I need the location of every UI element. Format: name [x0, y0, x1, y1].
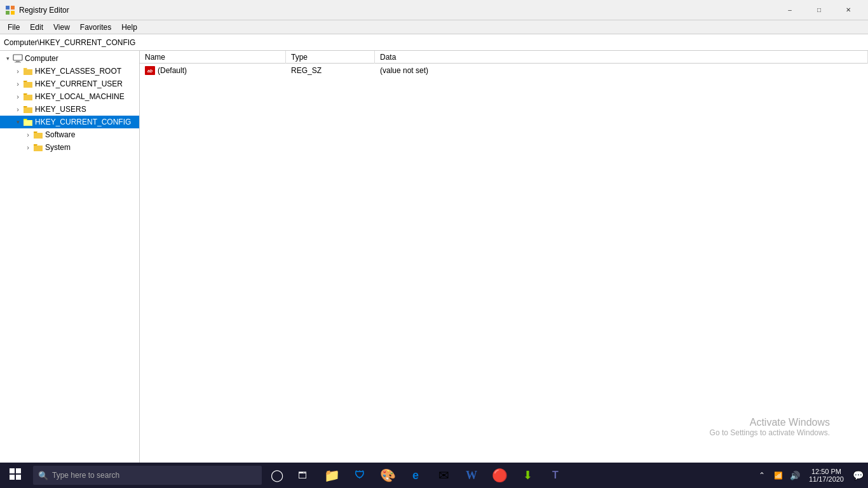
svg-rect-1 [11, 6, 15, 10]
window-controls[interactable]: – □ ✕ [775, 0, 863, 20]
teams-icon: T [552, 470, 559, 481]
taskbar-app-edge[interactable]: e [402, 463, 430, 488]
mail-icon: ✉ [438, 468, 449, 483]
paint-icon: 🎨 [380, 468, 396, 483]
torrent-icon: ⬇ [523, 468, 532, 482]
tree-panel[interactable]: Computer HKEY_CLASSES_ROOT [0, 51, 140, 463]
system-clock[interactable]: 12:50 PM 11/17/2020 [804, 463, 849, 488]
tree-item-computer[interactable]: Computer [0, 52, 139, 65]
svg-rect-5 [16, 61, 20, 62]
taskbar-app-word[interactable]: W [458, 463, 485, 488]
menu-favorites[interactable]: Favorites [75, 22, 116, 33]
tray-network[interactable]: 📶 [771, 463, 786, 488]
menu-file[interactable]: File [3, 22, 25, 33]
taskbar-app-torrent[interactable]: ⬇ [513, 463, 541, 488]
expander-hkey-users[interactable] [13, 103, 23, 116]
svg-rect-8 [16, 468, 21, 473]
col-header-data: Data [375, 51, 868, 64]
table-row[interactable]: ab (Default) REG_SZ (value not set) [140, 64, 868, 78]
right-panel: Name Type Data ab (Default) REG_SZ (valu… [140, 51, 868, 463]
svg-rect-3 [11, 11, 15, 15]
word-icon: W [466, 469, 477, 482]
cell-name-default: ab (Default) [140, 64, 286, 78]
taskbar: 🔍 Type here to search ◯ 🗔 📁 🛡 🎨 e ✉ W 🔴 … [0, 463, 868, 488]
menu-edit[interactable]: Edit [25, 22, 48, 33]
tray-chevron[interactable]: ⌃ [754, 463, 770, 488]
registry-editor-icon [5, 5, 15, 15]
svg-rect-2 [6, 11, 10, 15]
col-header-name: Name [140, 51, 286, 64]
svg-rect-7 [10, 468, 15, 473]
expander-computer[interactable] [3, 52, 13, 65]
close-button[interactable]: ✕ [834, 0, 863, 20]
menu-help[interactable]: Help [116, 22, 142, 33]
title-bar-left: Registry Editor [5, 5, 69, 15]
folder-icon-hkey-current-config [23, 118, 33, 126]
col-header-type: Type [286, 51, 375, 64]
cell-type-default: REG_SZ [286, 64, 375, 78]
tree-label-system: System [45, 143, 71, 152]
expander-hkey-current-config[interactable] [13, 116, 23, 128]
tree-item-hkey-current-user[interactable]: HKEY_CURRENT_USER [0, 78, 139, 90]
tree-item-hkey-classes-root[interactable]: HKEY_CLASSES_ROOT [0, 65, 139, 78]
folder-icon-hkey-current-user [23, 79, 33, 88]
address-bar[interactable]: Computer\HKEY_CURRENT_CONFIG [0, 34, 868, 51]
menu-bar: File Edit View Favorites Help [0, 20, 868, 34]
tree-item-system[interactable]: System [0, 141, 139, 154]
taskbar-app-security[interactable]: 🛡 [346, 463, 374, 488]
main-area: Computer HKEY_CLASSES_ROOT [0, 51, 868, 463]
svg-rect-0 [6, 6, 10, 10]
tree-item-hkey-current-config[interactable]: HKEY_CURRENT_CONFIG [0, 116, 139, 128]
reg-value-icon: ab [145, 66, 155, 75]
tree-label-hkey-current-user: HKEY_CURRENT_USER [35, 79, 123, 88]
expander-hkey-current-user[interactable] [13, 78, 23, 90]
tree-item-hkey-users[interactable]: HKEY_USERS [0, 103, 139, 116]
tray-volume[interactable]: 🔊 [787, 463, 803, 488]
tree-item-software[interactable]: Software [0, 128, 139, 141]
clock-time: 12:50 PM [811, 468, 841, 475]
folder-icon-system [33, 143, 43, 152]
cell-data-default: (value not set) [375, 64, 868, 78]
folder-icon-hkey-local-machine [23, 92, 33, 101]
system-tray: ⌃ 📶 🔊 12:50 PM 11/17/2020 💬 [754, 463, 868, 488]
window-title: Registry Editor [19, 6, 69, 15]
taskbar-search-bar[interactable]: 🔍 Type here to search [33, 466, 262, 485]
taskbar-app-file-explorer[interactable]: 📁 [318, 463, 346, 488]
svg-rect-10 [16, 475, 21, 480]
taskbar-app-chrome[interactable]: 🔴 [485, 463, 513, 488]
tree-label-software: Software [45, 130, 75, 139]
folder-icon-hkey-users [23, 105, 33, 114]
clock-date: 11/17/2020 [809, 475, 844, 483]
taskbar-app-mail[interactable]: ✉ [430, 463, 458, 488]
minimize-button[interactable]: – [775, 0, 804, 20]
menu-view[interactable]: View [48, 22, 75, 33]
edge-icon: e [412, 469, 419, 482]
svg-rect-9 [10, 475, 15, 480]
tree-label-hkey-local-machine: HKEY_LOCAL_MACHINE [35, 92, 125, 101]
table-header: Name Type Data [140, 51, 868, 64]
title-bar: Registry Editor – □ ✕ [0, 0, 868, 20]
taskbar-app-paint[interactable]: 🎨 [374, 463, 402, 488]
expander-hkey-classes-root[interactable] [13, 65, 23, 78]
tree-item-hkey-local-machine[interactable]: HKEY_LOCAL_MACHINE [0, 90, 139, 103]
chrome-icon: 🔴 [492, 468, 508, 483]
expander-system[interactable] [23, 141, 33, 154]
taskbar-app-teams[interactable]: T [541, 463, 569, 488]
cortana-button[interactable]: ◯ [264, 463, 290, 488]
address-bar-text: Computer\HKEY_CURRENT_CONFIG [4, 38, 864, 47]
folder-icon-hkey-classes-root [23, 67, 33, 76]
search-icon: 🔍 [38, 471, 48, 480]
taskbar-apps: 📁 🛡 🎨 e ✉ W 🔴 ⬇ T [318, 463, 569, 488]
tree-label-hkey-current-config: HKEY_CURRENT_CONFIG [35, 118, 131, 126]
notification-button[interactable]: 💬 [850, 463, 865, 488]
start-button[interactable] [0, 463, 31, 488]
security-icon: 🛡 [355, 470, 365, 481]
computer-icon [13, 54, 23, 63]
tree-label-hkey-users: HKEY_USERS [35, 105, 86, 114]
search-placeholder-text: Type here to search [52, 471, 119, 480]
expander-hkey-local-machine[interactable] [13, 90, 23, 103]
folder-icon-software [33, 130, 43, 139]
expander-software[interactable] [23, 128, 33, 141]
task-view-button[interactable]: 🗔 [290, 463, 315, 488]
restore-button[interactable]: □ [804, 0, 834, 20]
